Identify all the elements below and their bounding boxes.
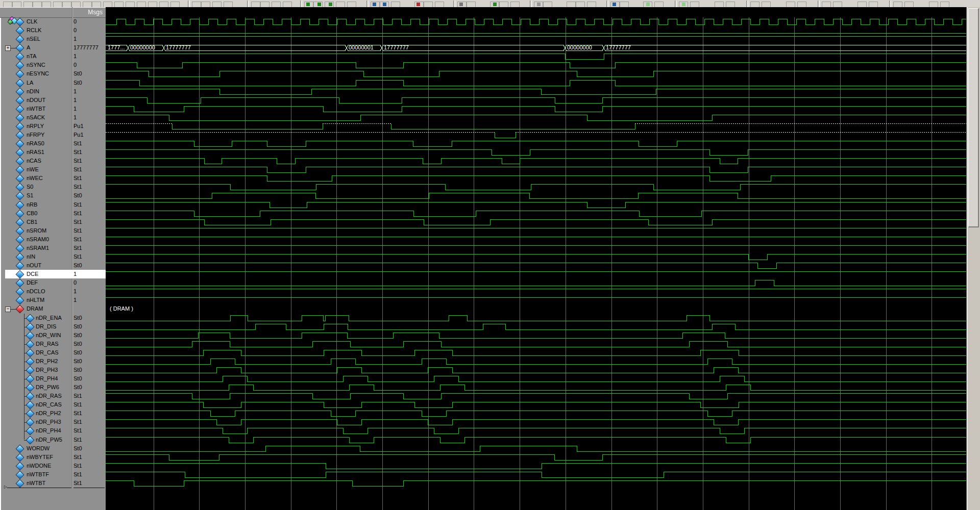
- signal-row[interactable]: S1St0: [0, 191, 106, 200]
- signal-name-label[interactable]: DR_PW6: [36, 383, 59, 392]
- signal-row[interactable]: nDCLO1: [0, 287, 106, 296]
- signal-row[interactable]: nHLTM1: [0, 296, 106, 304]
- signal-name-label[interactable]: nRAS0: [27, 139, 44, 148]
- waveform-canvas[interactable]: 1777...000000001777777700000001177777770…: [106, 17, 966, 510]
- signal-name-label[interactable]: nOUT: [27, 261, 41, 270]
- signal-name-label[interactable]: nDOUT: [27, 96, 45, 105]
- signal-row[interactable]: nDR_PH4St1: [0, 426, 106, 435]
- signal-name-label[interactable]: nDR_ENA: [36, 314, 62, 322]
- signal-row[interactable]: nFRPYPu1: [0, 131, 106, 139]
- signal-row[interactable]: S0St1: [0, 183, 106, 191]
- signal-name-label[interactable]: A: [27, 43, 30, 52]
- toolbar-cropped[interactable]: [0, 0, 980, 8]
- signal-name-label[interactable]: nIN: [27, 252, 35, 261]
- signal-name-label[interactable]: nWEC: [27, 174, 43, 183]
- signal-name-label[interactable]: DRAM: [27, 304, 43, 313]
- signal-row[interactable]: DEF0: [0, 278, 106, 287]
- signal-row[interactable]: nCASSt1: [0, 157, 106, 165]
- signal-name-label[interactable]: nWDONE: [27, 462, 51, 470]
- signal-row[interactable]: nDR_PH2St1: [0, 409, 106, 418]
- signal-name-label[interactable]: DEF: [27, 278, 38, 287]
- signal-name-label[interactable]: nWE: [27, 165, 39, 174]
- signal-name-label[interactable]: nESYNC: [27, 69, 49, 78]
- signal-row[interactable]: nDR_ENASt0: [0, 314, 106, 322]
- signal-name-label[interactable]: nWTBT: [27, 105, 45, 113]
- signal-row[interactable]: nRBSt1: [0, 200, 106, 209]
- signal-row[interactable]: DR_CASSt0: [0, 348, 106, 357]
- signal-name-label[interactable]: LA: [27, 79, 33, 87]
- signal-name-label[interactable]: nWTBT: [27, 479, 45, 488]
- signal-row[interactable]: nRPLYPu1: [0, 122, 106, 131]
- signal-row[interactable]: nSRAM1St1: [0, 244, 106, 252]
- signal-name-label[interactable]: DCE: [27, 270, 38, 278]
- signal-row[interactable]: WORDWSt0: [0, 444, 106, 453]
- signal-row[interactable]: DR_PH3St0: [0, 366, 106, 374]
- signal-name-label[interactable]: nDR_RAS: [36, 392, 62, 400]
- signal-row[interactable]: nDR_RASSt1: [0, 392, 106, 400]
- signal-row[interactable]: nDR_PH3St1: [0, 418, 106, 426]
- signal-name-label[interactable]: nRPLY: [27, 122, 44, 131]
- signal-row[interactable]: +A17777777: [0, 43, 106, 52]
- signal-name-label[interactable]: RCLK: [27, 26, 41, 35]
- signal-name-label[interactable]: nDCLO: [27, 287, 45, 296]
- signal-name-label[interactable]: nHLTM: [27, 296, 44, 304]
- signal-name-label[interactable]: nDR_CAS: [36, 400, 62, 409]
- signal-name-label[interactable]: nDR_PH2: [36, 409, 61, 418]
- signal-row[interactable]: nDR_PW5St1: [0, 436, 106, 444]
- signal-row[interactable]: nRAS1St1: [0, 148, 106, 157]
- signal-row[interactable]: nSYNC0: [0, 61, 106, 69]
- signal-name-label[interactable]: nRAS1: [27, 148, 44, 157]
- signal-name-label[interactable]: nRB: [27, 200, 37, 209]
- signal-row[interactable]: nINSt1: [0, 252, 106, 261]
- signal-name-label[interactable]: S1: [27, 191, 33, 200]
- signal-row[interactable]: nTA1: [0, 52, 106, 61]
- signal-row[interactable]: DR_PH4St0: [0, 374, 106, 383]
- signal-row[interactable]: −DRAM: [0, 304, 106, 313]
- signal-row[interactable]: nWTBT1: [0, 105, 106, 113]
- signal-name-label[interactable]: nSRAM1: [27, 244, 49, 252]
- signal-name-label[interactable]: nDR_WIN: [36, 331, 61, 340]
- signal-row[interactable]: CLK0: [0, 17, 106, 26]
- wave-timeline-header[interactable]: [106, 7, 966, 17]
- signal-row[interactable]: DR_PW6St0: [0, 383, 106, 392]
- signal-row[interactable]: nDOUT1: [0, 96, 106, 105]
- signal-row[interactable]: nDIN1: [0, 87, 106, 96]
- signal-name-label[interactable]: nTA: [27, 52, 36, 61]
- signal-row[interactable]: nWDONESt1: [0, 462, 106, 470]
- signal-name-label[interactable]: CB0: [27, 209, 37, 218]
- signal-row[interactable]: nWECSt1: [0, 174, 106, 183]
- signal-row[interactable]: nSRAM0St1: [0, 235, 106, 244]
- wave-background[interactable]: [106, 17, 966, 510]
- signal-name-label[interactable]: CB1: [27, 218, 37, 226]
- msgs-column-header[interactable]: Msgs: [72, 7, 106, 18]
- signal-row[interactable]: nWTBTSt1: [0, 479, 106, 488]
- signal-row[interactable]: DR_RASSt0: [0, 340, 106, 348]
- signal-name-label[interactable]: DR_PH3: [36, 366, 58, 374]
- signal-row[interactable]: nDR_WINSt0: [0, 331, 106, 340]
- signal-name-label[interactable]: nDIN: [27, 87, 39, 96]
- signal-row[interactable]: LASt0: [0, 79, 106, 87]
- signal-name-label[interactable]: nSEL: [27, 35, 40, 43]
- signal-name-label[interactable]: DR_RAS: [36, 340, 59, 348]
- signal-row[interactable]: nWBYTEFSt1: [0, 453, 106, 462]
- signal-name-label[interactable]: nDR_PH4: [36, 426, 61, 435]
- signal-name-label[interactable]: WORDW: [27, 444, 50, 453]
- signal-row[interactable]: nSROMSt1: [0, 226, 106, 235]
- signal-name-label[interactable]: nSROM: [27, 226, 46, 235]
- signal-row[interactable]: nSACK1: [0, 113, 106, 122]
- signal-row[interactable]: nDR_CASSt1: [0, 400, 106, 409]
- signal-name-label[interactable]: CLK: [27, 17, 37, 26]
- signal-name-label[interactable]: nCAS: [27, 157, 41, 165]
- signal-row[interactable]: DR_DISSt0: [0, 322, 106, 331]
- signal-row[interactable]: DCE1: [0, 270, 106, 278]
- signal-row[interactable]: nSEL1: [0, 35, 106, 43]
- signal-row[interactable]: nESYNCSt0: [0, 69, 106, 78]
- signal-name-label[interactable]: nSACK: [27, 113, 45, 122]
- signal-row[interactable]: nRAS0St1: [0, 139, 106, 148]
- signal-row[interactable]: DR_PH2St0: [0, 357, 106, 366]
- signal-name-label[interactable]: S0: [27, 183, 33, 191]
- signal-row[interactable]: nOUTSt0: [0, 261, 106, 270]
- signal-name-label[interactable]: nDR_PH3: [36, 418, 61, 426]
- signal-row[interactable]: nWESt1: [0, 165, 106, 174]
- signal-name-label[interactable]: nWTBTF: [27, 470, 49, 479]
